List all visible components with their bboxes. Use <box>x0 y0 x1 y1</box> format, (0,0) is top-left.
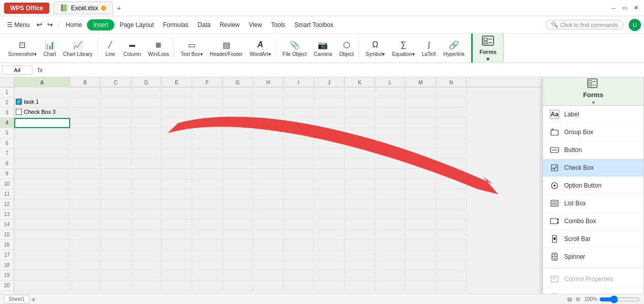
redo-btn[interactable]: ↪ <box>45 20 55 29</box>
latex-btn[interactable]: ∫ LaTeX <box>419 37 439 59</box>
cell-H11[interactable] <box>253 189 284 199</box>
cell-K16[interactable] <box>345 240 375 250</box>
col-header-g[interactable]: G <box>223 77 253 87</box>
cell-d4[interactable] <box>131 118 162 128</box>
cell-H19[interactable] <box>253 270 284 281</box>
cell-H9[interactable] <box>253 169 284 179</box>
cell-H17[interactable] <box>253 250 284 260</box>
cell-C19[interactable] <box>101 270 131 281</box>
line-btn[interactable]: ╱ Line <box>101 37 119 59</box>
cell-G19[interactable] <box>223 270 253 281</box>
cell-I16[interactable] <box>284 240 314 250</box>
cell-ref-input[interactable] <box>2 66 33 75</box>
cell-D10[interactable] <box>131 179 162 189</box>
hyperlink-btn[interactable]: 🔗 Hyperlink <box>440 37 468 59</box>
cell-b1[interactable] <box>70 87 101 98</box>
cell-I9[interactable] <box>284 169 314 179</box>
cell-D9[interactable] <box>131 169 162 179</box>
cell-G18[interactable] <box>223 260 253 270</box>
cell-H16[interactable] <box>253 240 284 250</box>
col-header-k[interactable]: K <box>345 77 375 87</box>
cell-K6[interactable] <box>345 138 375 148</box>
cell-D7[interactable] <box>131 148 162 159</box>
cell-K8[interactable] <box>345 159 375 169</box>
cell-N19[interactable] <box>436 270 467 281</box>
cell-H5[interactable] <box>253 128 284 138</box>
cell-D5[interactable] <box>131 128 162 138</box>
cell-M11[interactable] <box>406 189 436 199</box>
cell-K18[interactable] <box>345 260 375 270</box>
symbol-btn[interactable]: Ω Symbol▾ <box>362 37 388 59</box>
cell-N8[interactable] <box>436 159 467 169</box>
cell-d3[interactable] <box>131 108 162 118</box>
cell-A18[interactable] <box>14 260 70 270</box>
cell-B7[interactable] <box>70 148 101 159</box>
cell-C17[interactable] <box>101 250 131 260</box>
cell-B14[interactable] <box>70 220 101 230</box>
cell-g4[interactable] <box>223 118 253 128</box>
col-header-b[interactable]: B <box>70 77 101 87</box>
col-header-e[interactable]: E <box>162 77 192 87</box>
cell-c4[interactable] <box>101 118 131 128</box>
cell-J16[interactable] <box>314 240 345 250</box>
cell-L13[interactable] <box>375 209 406 220</box>
cell-E6[interactable] <box>162 138 192 148</box>
cell-N11[interactable] <box>436 189 467 199</box>
cell-I12[interactable] <box>284 199 314 209</box>
cell-G14[interactable] <box>223 220 253 230</box>
cell-F5[interactable] <box>192 128 223 138</box>
cell-M14[interactable] <box>406 220 436 230</box>
cell-C6[interactable] <box>101 138 131 148</box>
cell-a4[interactable] <box>14 118 70 128</box>
cell-m2[interactable] <box>406 98 436 108</box>
cell-E10[interactable] <box>162 179 192 189</box>
cell-h1[interactable] <box>253 87 284 98</box>
cell-C5[interactable] <box>101 128 131 138</box>
add-sheet-btn[interactable]: + <box>32 295 36 303</box>
cell-J10[interactable] <box>314 179 345 189</box>
cell-C18[interactable] <box>101 260 131 270</box>
object-btn[interactable]: ⬡ Object <box>336 37 357 59</box>
cell-J19[interactable] <box>314 270 345 281</box>
cell-e3[interactable] <box>162 108 192 118</box>
cell-A6[interactable] <box>14 138 70 148</box>
cell-J5[interactable] <box>314 128 345 138</box>
cell-M13[interactable] <box>406 209 436 220</box>
cell-L19[interactable] <box>375 270 406 281</box>
cell-b2[interactable] <box>70 98 101 108</box>
cell-e4[interactable] <box>162 118 192 128</box>
win-loss-btn[interactable]: ▦ Win/Loss <box>145 37 172 59</box>
cell-M6[interactable] <box>406 138 436 148</box>
cell-D13[interactable] <box>131 209 162 220</box>
cell-k1[interactable] <box>345 87 375 98</box>
cell-M20[interactable] <box>406 281 436 291</box>
cell-E11[interactable] <box>162 189 192 199</box>
cell-G5[interactable] <box>223 128 253 138</box>
cell-L10[interactable] <box>375 179 406 189</box>
cell-F14[interactable] <box>192 220 223 230</box>
cell-F15[interactable] <box>192 230 223 240</box>
column-btn[interactable]: ▬ Column <box>120 37 144 59</box>
view-layout-icon[interactable]: ⊞ <box>576 296 580 302</box>
cell-L12[interactable] <box>375 199 406 209</box>
cell-m4[interactable] <box>406 118 436 128</box>
cell-I5[interactable] <box>284 128 314 138</box>
cell-M16[interactable] <box>406 240 436 250</box>
cell-H14[interactable] <box>253 220 284 230</box>
new-tab-btn[interactable]: + <box>117 4 121 12</box>
cell-K12[interactable] <box>345 199 375 209</box>
cell-B6[interactable] <box>70 138 101 148</box>
cell-L17[interactable] <box>375 250 406 260</box>
cell-N10[interactable] <box>436 179 467 189</box>
formula-input[interactable] <box>48 67 642 74</box>
forms-menu-control-properties[interactable]: Control Properties <box>543 270 643 288</box>
cell-L11[interactable] <box>375 189 406 199</box>
cell-A5[interactable] <box>14 128 70 138</box>
search-box[interactable]: 🔍 Click to find commands <box>545 20 624 29</box>
cell-d2[interactable] <box>131 98 162 108</box>
cell-D15[interactable] <box>131 230 162 240</box>
cell-J15[interactable] <box>314 230 345 240</box>
cell-L7[interactable] <box>375 148 406 159</box>
cell-L14[interactable] <box>375 220 406 230</box>
cell-G9[interactable] <box>223 169 253 179</box>
